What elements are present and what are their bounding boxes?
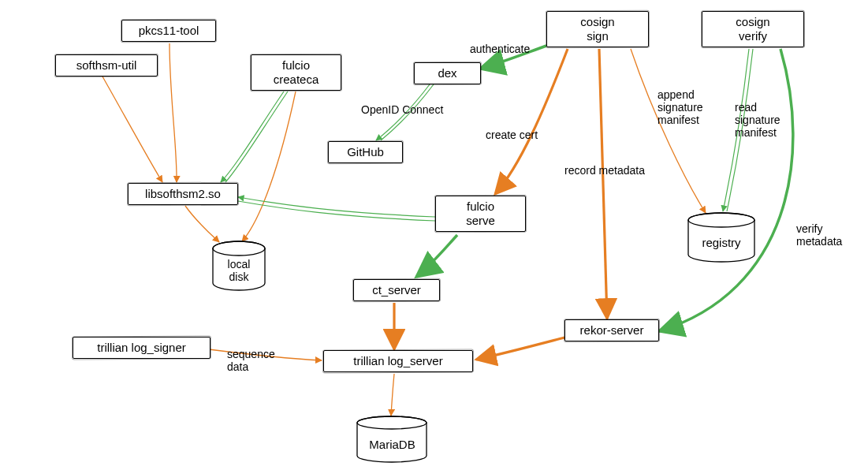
edge-fulcioserve-ctserver (416, 235, 457, 277)
node-github: GitHub (328, 141, 403, 163)
edge-sign-rekor (599, 49, 607, 319)
node-label: pkcs11-tool (139, 24, 199, 37)
edge-createca-libsofthsm-2 (225, 91, 288, 182)
label-openid: OpenID Connect (361, 103, 443, 116)
label-read-sig: read signature manifest (735, 101, 780, 139)
node-label: registry (686, 236, 757, 249)
label-create-cert: create cert (486, 129, 538, 141)
edge-trillian-mariadb (391, 374, 394, 416)
node-label: softhsm-util (76, 58, 137, 72)
edge-fulcioserve-libsofthsm-1 (238, 197, 435, 217)
edge-rekor-trillian (476, 338, 564, 360)
edge-pkcs11-libsofthsm (170, 43, 177, 182)
edge-fulcioserve-libsofthsm-2 (238, 201, 435, 221)
edge-sign-fulcioserve (495, 49, 568, 194)
diagram-canvas: authenticate OpenID Connect create cert … (0, 0, 868, 470)
node-fulcio-createca: fulcio createca (251, 54, 341, 91)
label-record-metadata: record metadata (564, 164, 645, 177)
node-label: fulcio createca (274, 58, 319, 86)
label-authenticate: authenticate (470, 43, 530, 55)
node-cosign-sign: cosign sign (546, 11, 649, 47)
edge-createca-localdisk (242, 91, 296, 241)
node-cosign-verify: cosign verify (702, 11, 804, 47)
node-softhsm-util: softhsm-util (55, 54, 158, 76)
node-label: dex (438, 66, 456, 80)
node-label: rekor-server (580, 323, 644, 337)
node-pkcs11-tool: pkcs11-tool (121, 20, 216, 42)
node-libsofthsm2: libsofthsm2.so (128, 183, 238, 205)
edge-createca-libsofthsm-1 (221, 91, 284, 182)
node-rekor-server: rekor-server (564, 319, 659, 341)
node-label: trillian log_signer (97, 341, 186, 354)
node-trillian-log-signer: trillian log_signer (73, 337, 210, 359)
node-dex: dex (414, 62, 481, 84)
node-label: GitHub (347, 145, 384, 159)
label-append-sig: append signature manifest (658, 88, 703, 126)
label-sequence-data: sequence data (227, 348, 275, 373)
node-ct-server: ct_server (353, 279, 440, 301)
node-local-disk: local disk (210, 241, 267, 293)
edge-libsofthsm-localdisk (185, 206, 219, 242)
node-label: cosign verify (736, 15, 769, 43)
node-label: ct_server (372, 283, 421, 297)
node-trillian-log-server: trillian log_server (323, 350, 473, 372)
label-verify-metadata: verify metadata (796, 222, 842, 248)
node-label: libsofthsm2.so (145, 187, 221, 200)
edge-softhsm-libsofthsm (102, 76, 162, 182)
node-mariadb: MariaDB (355, 416, 430, 464)
edge-sign-registry (631, 49, 706, 213)
node-label: MariaDB (355, 438, 430, 451)
node-label: local disk (210, 258, 267, 283)
node-label: cosign sign (580, 15, 614, 43)
node-label: trillian log_server (353, 354, 442, 367)
node-registry: registry (686, 212, 757, 264)
node-label: fulcio serve (466, 200, 495, 227)
node-fulcio-serve: fulcio serve (435, 196, 526, 232)
